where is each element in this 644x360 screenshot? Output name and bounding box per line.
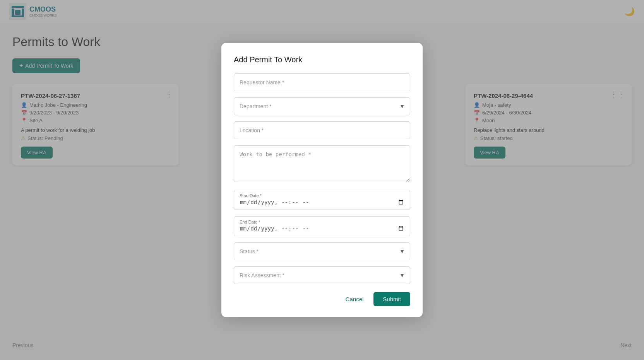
- status-select-wrapper: Status * Pending Started Completed ▼: [234, 242, 410, 260]
- risk-assessment-select[interactable]: Risk Assessment *: [234, 266, 410, 284]
- risk-assessment-group: Risk Assessment * ▼: [234, 266, 410, 284]
- requestor-name-group: [234, 73, 410, 91]
- start-date-input[interactable]: [240, 199, 404, 206]
- modal-title: Add Permit To Work: [234, 55, 410, 64]
- end-date-label: End Date *: [240, 220, 404, 224]
- department-select[interactable]: Department *: [234, 97, 410, 115]
- modal-actions: Cancel Submit: [234, 292, 410, 306]
- cancel-button[interactable]: Cancel: [341, 292, 368, 306]
- add-permit-modal: Add Permit To Work Department * ▼ Start …: [221, 43, 423, 317]
- start-date-label: Start Date *: [240, 193, 404, 198]
- requestor-name-input[interactable]: [234, 73, 410, 91]
- risk-assessment-select-wrapper: Risk Assessment * ▼: [234, 266, 410, 284]
- end-date-input[interactable]: [240, 225, 404, 232]
- status-group: Status * Pending Started Completed ▼: [234, 242, 410, 260]
- modal-overlay: Add Permit To Work Department * ▼ Start …: [0, 0, 644, 360]
- submit-button[interactable]: Submit: [373, 292, 410, 306]
- department-group: Department * ▼: [234, 97, 410, 115]
- work-performed-group: [234, 145, 410, 184]
- department-select-wrapper: Department * ▼: [234, 97, 410, 115]
- end-date-group: End Date *: [234, 216, 410, 236]
- start-date-group: Start Date *: [234, 190, 410, 210]
- status-select[interactable]: Status * Pending Started Completed: [234, 242, 410, 260]
- location-group: [234, 121, 410, 139]
- work-performed-textarea[interactable]: [234, 145, 410, 182]
- location-input[interactable]: [234, 121, 410, 139]
